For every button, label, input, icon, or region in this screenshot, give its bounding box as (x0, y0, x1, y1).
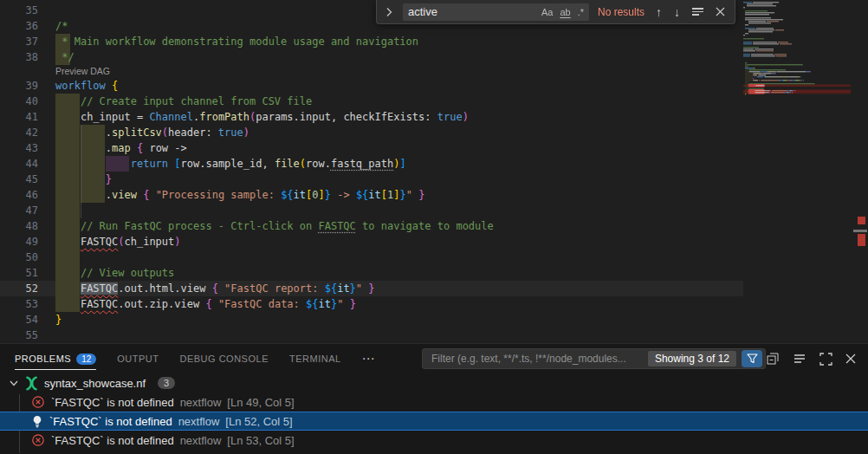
problems-file-row[interactable]: syntax_showcase.nf3 (0, 373, 868, 392)
code-line-53[interactable]: 53 FASTQC.out.zip.view { "FastQC data: $… (0, 296, 743, 312)
file-problem-count-badge: 3 (158, 377, 175, 389)
line-number: 46 (0, 187, 38, 203)
problem-source: nextflow (180, 396, 222, 409)
line-number: 48 (0, 218, 38, 234)
find-results-count: No results (598, 6, 646, 18)
code-line-51[interactable]: 51 // View outputs (0, 265, 743, 281)
regex-icon[interactable]: .* (576, 4, 586, 20)
problem-message: `FASTQC` is not defined (49, 415, 172, 428)
code-line-52[interactable]: 52 FASTQC.out.html.view { "FastQC report… (0, 281, 743, 296)
problem-message: `FASTQC` is not defined (51, 396, 174, 409)
code-line-38[interactable]: 38 */ (0, 49, 743, 65)
tab-problems[interactable]: PROBLEMS12 (15, 345, 96, 373)
code-line-54[interactable]: 54} (0, 312, 743, 328)
problem-source: nextflow (180, 434, 222, 447)
showing-count-badge: Showing 3 of 12 (648, 351, 736, 366)
error-icon (31, 433, 45, 447)
toggle-replace-icon[interactable] (382, 7, 396, 17)
line-number: 55 (0, 328, 38, 343)
find-input[interactable] (408, 5, 536, 18)
maximize-panel-icon[interactable] (819, 353, 832, 366)
ruler-mark (858, 234, 865, 246)
indent-highlight (55, 203, 80, 218)
view-as-table-icon[interactable] (793, 352, 806, 366)
tab-debug-console[interactable]: DEBUG CONSOLE (180, 345, 269, 373)
problem-message: `FASTQC` is not defined (51, 434, 174, 447)
line-number: 45 (0, 172, 38, 187)
line-number: 42 (0, 125, 38, 140)
code-line-43[interactable]: 43 .map { row -> (0, 140, 743, 156)
tab-output[interactable]: OUTPUT (117, 345, 159, 373)
code-line-39[interactable]: 39workflow { (0, 78, 743, 94)
code-editor[interactable]: 3536/*37 * Main workflow demonstrating m… (0, 0, 868, 343)
line-number: 38 (0, 49, 38, 65)
whole-word-icon[interactable]: ab (558, 4, 572, 20)
line-number: 37 (0, 34, 38, 49)
match-case-icon[interactable]: Aa (540, 4, 554, 20)
panel-header: PROBLEMS12OUTPUTDEBUG CONSOLETERMINAL⋯ S… (0, 344, 868, 373)
filter-funnel-icon[interactable] (742, 350, 762, 367)
code-line-45[interactable]: 45 } (0, 172, 743, 187)
line-number: 44 (0, 156, 38, 172)
collapse-all-icon[interactable] (766, 352, 780, 366)
problems-filter-input[interactable] (430, 352, 643, 366)
close-find-icon[interactable] (713, 7, 728, 16)
overview-ruler[interactable] (851, 0, 868, 343)
code-line-55[interactable]: 55 (0, 328, 743, 343)
next-match-icon[interactable]: ↓ (671, 5, 683, 19)
code-line-49[interactable]: 49 FASTQC(ch_input) (0, 234, 743, 250)
code-line-37[interactable]: 37 * Main workflow demonstrating module … (0, 34, 743, 49)
chevron-down-icon[interactable] (9, 378, 19, 388)
line-number: 40 (0, 94, 38, 109)
code-line-41[interactable]: 41 ch_input = Channel.fromPath(params.in… (0, 109, 743, 125)
lightbulb-icon (31, 415, 43, 428)
find-in-selection-icon[interactable] (690, 6, 706, 17)
problems-count-badge: 12 (76, 353, 96, 365)
problem-row-3[interactable]: `FASTQC` is not definednextflow[Ln 53, C… (0, 431, 868, 450)
line-number: 47 (0, 203, 38, 218)
editor-lines: 3536/*37 * Main workflow demonstrating m… (0, 3, 743, 343)
line-number: 52 (0, 281, 38, 296)
tab-terminal[interactable]: TERMINAL (289, 345, 341, 373)
code-line-48[interactable]: 48 // Run FastQC process - Ctrl-click on… (0, 218, 743, 234)
line-number: 36 (0, 18, 38, 34)
code-line-44[interactable]: 44 return [row.sample_id, file(row.fastq… (0, 156, 743, 172)
panel-actions (766, 344, 856, 373)
problem-row-1[interactable]: `FASTQC` is not definednextflow[Ln 49, C… (0, 392, 868, 412)
line-number: 53 (0, 296, 38, 312)
nextflow-icon (24, 376, 39, 391)
file-name: syntax_showcase.nf (44, 377, 146, 390)
code-line-50[interactable]: 50 (0, 250, 743, 265)
panel-tabs: PROBLEMS12OUTPUTDEBUG CONSOLETERMINAL⋯ (15, 344, 376, 373)
vscode-window: 3536/*37 * Main workflow demonstrating m… (0, 0, 868, 454)
bottom-panel: PROBLEMS12OUTPUTDEBUG CONSOLETERMINAL⋯ S… (0, 343, 868, 454)
code-line-40[interactable]: 40 // Create input channel from CSV file (0, 94, 743, 109)
code-line-42[interactable]: 42 .splitCsv(header: true) (0, 125, 743, 140)
previous-match-icon[interactable]: ↑ (653, 5, 664, 19)
more-actions-icon[interactable]: ⋯ (362, 351, 376, 366)
error-icon (31, 395, 45, 409)
problem-source: nextflow (178, 415, 220, 428)
codelens-preview-dag[interactable]: Preview DAG (0, 65, 743, 78)
close-panel-icon[interactable] (845, 353, 856, 364)
problem-row-2[interactable]: `FASTQC` is not definednextflow[Ln 52, C… (0, 412, 868, 431)
code-line-46[interactable]: 46 .view { "Processing sample: ${it[0]} … (0, 187, 743, 203)
code-line-47[interactable]: 47 (0, 203, 743, 218)
line-number: 50 (0, 250, 38, 265)
line-number: 39 (0, 78, 38, 94)
line-number: 41 (0, 109, 38, 125)
find-widget: Aa ab .* No results ↑ ↓ (376, 0, 735, 24)
ruler-mark (853, 230, 867, 232)
line-number: 49 (0, 234, 38, 250)
line-number: 54 (0, 312, 38, 328)
problems-list: syntax_showcase.nf3`FASTQC` is not defin… (0, 373, 868, 454)
problems-filter-box: Showing 3 of 12 (422, 348, 766, 369)
indent-guide (81, 203, 81, 218)
problem-location: [Ln 49, Col 5] (227, 396, 294, 409)
ruler-mark (858, 217, 865, 224)
minimap[interactable] (743, 0, 851, 343)
line-number: 51 (0, 265, 38, 281)
line-number: 43 (0, 140, 38, 156)
indent-highlight (55, 250, 80, 265)
find-input-box: Aa ab .* (403, 3, 589, 21)
